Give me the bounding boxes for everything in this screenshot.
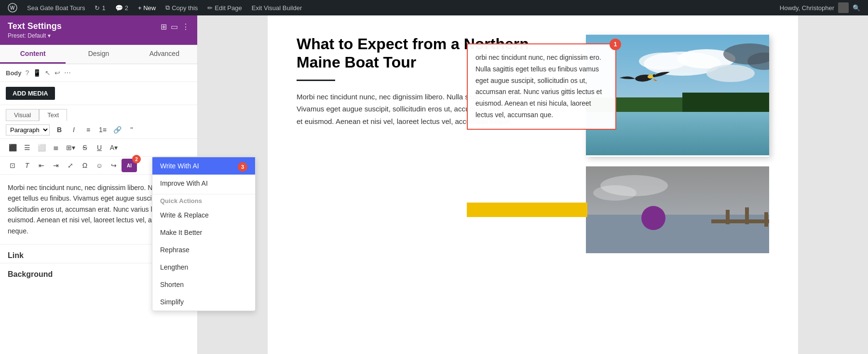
mobile-icon[interactable]: 📱	[33, 69, 41, 77]
write-with-ai-item[interactable]: Write With AI 3	[152, 157, 255, 175]
rephrase-item[interactable]: Rephrase	[152, 241, 255, 259]
align-center-button[interactable]: ☰	[20, 141, 34, 154]
svg-rect-20	[764, 212, 768, 227]
howdy-user[interactable]: Howdy, Christopher	[776, 0, 838, 15]
columns-icon[interactable]: ▭	[171, 22, 178, 31]
selected-text-box: 1 orbi nec tincidunt nunc, nec dignissim…	[467, 43, 616, 130]
add-media-button[interactable]: ADD MEDIA	[6, 87, 55, 100]
article-divider	[297, 80, 335, 81]
improve-with-ai-item[interactable]: Improve With AI	[152, 175, 255, 192]
blockquote-button[interactable]: "	[125, 123, 138, 136]
selected-text-content: orbi nec tincidunt nunc, nec dignissim e…	[475, 54, 602, 119]
grid-icon[interactable]: ⊞	[161, 22, 167, 31]
toolbar-row-2: ⬛ ☰ ⬜ ≣ ⊞▾ S U A▾	[0, 139, 197, 157]
svg-point-22	[593, 185, 637, 201]
svg-rect-19	[745, 207, 749, 224]
copy-icon: ⧉	[165, 4, 170, 12]
shorten-item[interactable]: Shorten	[152, 276, 255, 293]
svg-rect-17	[711, 219, 769, 223]
exit-builder-button[interactable]: Exit Visual Builder	[248, 0, 306, 15]
bold-button[interactable]: B	[53, 123, 66, 136]
link-button[interactable]: 🔗	[110, 123, 124, 136]
revisions[interactable]: ↻ 1	[91, 0, 109, 15]
sidebar-header: Text Settings Preset: Default ▾ ⊞ ▭ ⋮	[0, 15, 197, 45]
emoji-button[interactable]: ☺	[93, 159, 106, 172]
sidebar-title: Text Settings	[8, 21, 62, 31]
toolbar-row-1: Paragraph B I ≡ 1≡ 🔗 "	[0, 121, 197, 139]
align-left-button[interactable]: ⬛	[6, 141, 19, 154]
body-controls: Body ? 📱 ↖ ↩ ⋯	[0, 64, 197, 82]
indent-button[interactable]: ⇥	[49, 159, 63, 172]
simplify-item[interactable]: Simplify	[152, 293, 255, 311]
ai-toolbar-button[interactable]: AI 2	[122, 159, 137, 172]
tab-advanced[interactable]: Advanced	[132, 45, 197, 64]
visual-tab[interactable]: Visual	[6, 109, 39, 121]
svg-text:W: W	[10, 5, 15, 11]
user-avatar[interactable]	[838, 2, 849, 13]
make-it-better-item[interactable]: Make It Better	[152, 224, 255, 241]
strikethrough-button[interactable]: S	[78, 141, 92, 154]
copy-this-button[interactable]: ⧉ Copy this	[162, 0, 202, 15]
editor-tabs: Visual Text	[0, 105, 197, 121]
underline-button[interactable]: U	[93, 141, 106, 154]
text-tab[interactable]: Text	[39, 109, 67, 121]
body-label: Body	[6, 69, 22, 77]
svg-rect-11	[682, 93, 769, 112]
ai-dropdown: Write With AI 3 Improve With AI Quick Ac…	[152, 157, 256, 311]
unordered-list-button[interactable]: ≡	[81, 123, 95, 136]
svg-rect-18	[726, 210, 730, 224]
text-color-button[interactable]: A▾	[107, 141, 121, 154]
second-image-wrapper	[586, 166, 769, 255]
edit-page-button[interactable]: ✏ Edit Page	[203, 0, 245, 15]
site-name[interactable]: Sea Gate Boat Tours	[23, 0, 89, 15]
search-icon[interactable]: 🔍	[849, 0, 864, 15]
edit-icon: ✏	[207, 4, 213, 12]
selected-badge: 1	[610, 39, 621, 50]
admin-bar: W Sea Gate Boat Tours ↻ 1 💬 2 + New ⧉ Co…	[0, 0, 868, 15]
paste-text-button[interactable]: ⊡	[6, 159, 19, 172]
add-media-row: ADD MEDIA	[0, 82, 197, 105]
ai-badge-2: 2	[132, 155, 141, 163]
svg-point-5	[639, 53, 687, 70]
admin-bar-right: Howdy, Christopher 🔍	[776, 0, 864, 15]
sidebar-tabs: Content Design Advanced	[0, 45, 197, 64]
help-icon[interactable]: ?	[26, 69, 29, 77]
revision-icon: ↻	[95, 4, 100, 12]
main-content: What to Expect from a Northern Maine Boa…	[198, 15, 868, 354]
undo-icon[interactable]: ↩	[54, 69, 60, 77]
comment-icon: 💬	[115, 4, 123, 12]
italic-button[interactable]: I	[67, 123, 81, 136]
clear-format-button[interactable]: T	[20, 159, 34, 172]
fullscreen-button[interactable]: ⤢	[64, 159, 77, 172]
sidebar-preset[interactable]: Preset: Default ▾	[8, 32, 62, 39]
justify-button[interactable]: ≣	[49, 141, 63, 154]
cursor-icon[interactable]: ↖	[45, 69, 51, 77]
svg-point-6	[706, 65, 755, 82]
yellow-bar	[467, 203, 587, 217]
quick-actions-section: Quick Actions	[152, 194, 255, 206]
lengthen-item[interactable]: Lengthen	[152, 259, 255, 276]
special-char-button[interactable]: Ω	[78, 159, 92, 172]
ai-label: AI	[127, 163, 132, 168]
outdent-button[interactable]: ⇤	[35, 159, 48, 172]
align-right-button[interactable]: ⬜	[35, 141, 48, 154]
more-options-icon[interactable]: ⋯	[64, 69, 71, 77]
more-icon[interactable]: ⋮	[182, 22, 190, 31]
redo-button[interactable]: ↪	[107, 159, 121, 172]
purple-circle	[641, 206, 665, 230]
dock-image	[586, 166, 769, 253]
table-button[interactable]: ⊞▾	[64, 141, 77, 154]
tab-content[interactable]: Content	[0, 45, 66, 64]
paragraph-select[interactable]: Paragraph	[6, 124, 50, 136]
write-replace-item[interactable]: Write & Replace	[152, 206, 255, 224]
new-button[interactable]: + New	[134, 0, 160, 15]
comments[interactable]: 💬 2	[111, 0, 132, 15]
wp-logo[interactable]: W	[4, 0, 21, 15]
ai-dropdown-badge-3: 3	[238, 162, 247, 172]
tab-design[interactable]: Design	[66, 45, 131, 64]
ordered-list-button[interactable]: 1≡	[96, 123, 109, 136]
sidebar-header-icons: ⊞ ▭ ⋮	[161, 22, 190, 31]
